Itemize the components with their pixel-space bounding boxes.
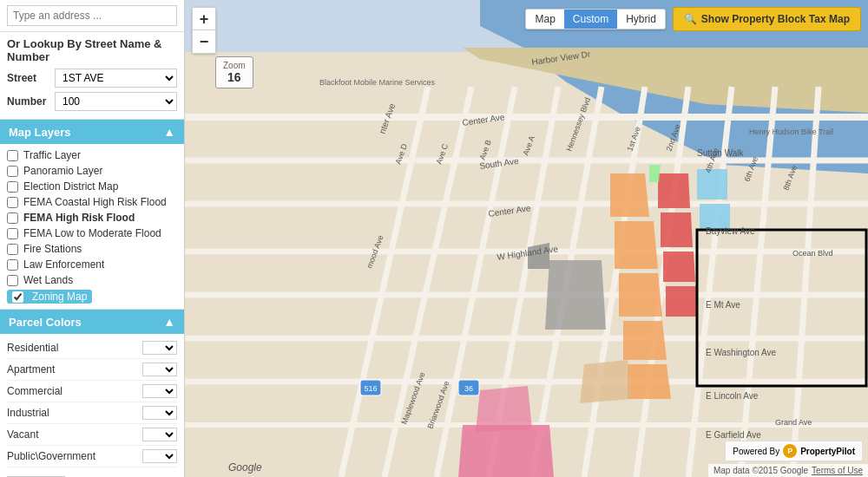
svg-text:Ocean Blvd: Ocean Blvd — [792, 249, 833, 258]
layer-item-traffic: Traffic Layer — [7, 147, 177, 163]
svg-text:E Washington Ave: E Washington Ave — [706, 348, 777, 357]
layer-checkbox-wet[interactable] — [7, 275, 18, 286]
layer-item-election: Election District Map — [7, 179, 177, 194]
svg-text:E Lincoln Ave: E Lincoln Ave — [706, 391, 759, 401]
address-search-input[interactable] — [7, 5, 177, 26]
layer-checkbox-fire[interactable] — [7, 244, 18, 255]
brand-name: PropertyPilot — [800, 447, 855, 456]
number-row: Number 100 — [7, 92, 177, 111]
street-row: Street 1ST AVE — [7, 69, 177, 88]
show-tax-map-button[interactable]: 🔍 Show Property Block Tax Map — [673, 7, 861, 31]
zoom-value: 16 — [223, 70, 246, 84]
parcel-label-vacant: Vacant — [7, 428, 142, 441]
layer-label-election: Election District Map — [23, 180, 118, 193]
svg-marker-35 — [545, 260, 606, 330]
map-layers-chevron: ▲ — [163, 125, 175, 139]
map-attribution: Map data ©2015 Google Terms of Use — [708, 464, 868, 477]
layer-checkbox-panoramio[interactable] — [7, 166, 18, 177]
svg-marker-23 — [610, 173, 649, 217]
layer-checkbox-law[interactable] — [7, 259, 18, 271]
parcel-row-apartment: Apartment — [7, 359, 177, 381]
parcel-color-select-commercial[interactable] — [142, 384, 177, 398]
powered-by-badge: Powered By P PropertyPilot — [725, 441, 863, 461]
zoom-out-button[interactable]: − — [193, 30, 215, 53]
map-controls-top: Map Custom Hybrid 🔍 Show Property Block … — [525, 7, 861, 31]
map-svg[interactable]: Harbor View Dr Center Ave South Ave Cent… — [185, 0, 868, 477]
parcel-colors-section: Parcel Colors ▲ Residential Apartment Co… — [0, 310, 184, 477]
parcel-label-apartment: Apartment — [7, 363, 142, 376]
svg-text:Blackfoot Mobile Marine Servic: Blackfoot Mobile Marine Services — [319, 78, 436, 87]
layer-list: Traffic Layer Panoramio Layer Election D… — [0, 144, 184, 310]
layer-label-wet: Wet Lands — [23, 274, 73, 286]
parcel-color-select-industrial[interactable] — [142, 406, 177, 420]
map-layers-title: Map Layers — [9, 126, 71, 139]
svg-text:E Mt Ave: E Mt Ave — [706, 300, 740, 310]
layer-label-fema-high: FEMA High Risk Flood — [23, 212, 135, 224]
layer-checkbox-election[interactable] — [7, 181, 18, 193]
layer-label-panoramio: Panoramio Layer — [23, 165, 102, 177]
svg-marker-28 — [658, 173, 690, 208]
map-type-selector: Map Custom Hybrid — [525, 9, 665, 29]
svg-marker-25 — [619, 273, 662, 317]
svg-marker-39 — [580, 360, 632, 403]
parcel-colors-header[interactable]: Parcel Colors ▲ — [0, 310, 184, 334]
search-icon: 🔍 — [684, 13, 697, 25]
parcel-row-public: Public\Government — [7, 446, 177, 467]
layer-item-zoning: Zoning Map — [7, 288, 177, 305]
search-section — [0, 0, 184, 32]
layer-checkbox-traffic[interactable] — [7, 150, 18, 161]
layer-checkbox-fema-coastal[interactable] — [7, 197, 18, 208]
lookup-section: Or Lookup By Street Name & Number Street… — [0, 32, 184, 120]
layer-label-fema-coastal: FEMA Coastal High Risk Flood — [23, 196, 167, 208]
number-label: Number — [7, 95, 55, 108]
sidebar: Or Lookup By Street Name & Number Street… — [0, 0, 185, 477]
zoning-checked-label[interactable]: Zoning Map — [7, 290, 92, 304]
svg-text:E Garfield Ave: E Garfield Ave — [706, 430, 761, 440]
zoom-in-button[interactable]: + — [193, 8, 215, 30]
layer-item-fema-coastal: FEMA Coastal High Risk Flood — [7, 194, 177, 210]
zoom-controls: + − — [192, 7, 216, 54]
svg-marker-38 — [476, 386, 532, 432]
attribution-text: Map data ©2015 Google — [713, 466, 808, 475]
parcel-color-select-public[interactable] — [142, 449, 177, 463]
map-layers-section: Map Layers ▲ Traffic Layer Panoramio Lay… — [0, 120, 184, 310]
layer-label-traffic: Traffic Layer — [23, 149, 81, 161]
layer-item-panoramio: Panoramio Layer — [7, 163, 177, 179]
svg-text:Grand Ave: Grand Ave — [775, 418, 812, 427]
terms-of-use-link[interactable]: Terms of Use — [812, 466, 863, 475]
parcel-color-select-residential[interactable] — [142, 341, 177, 355]
layer-label-zoning: Zoning Map — [32, 291, 87, 303]
parcel-color-select-apartment[interactable] — [142, 363, 177, 376]
layer-checkbox-zoning[interactable] — [12, 291, 23, 303]
number-select[interactable]: 100 — [55, 92, 177, 111]
map-area: + − Zoom 16 Map Custom Hybrid 🔍 Show Pro… — [185, 0, 868, 477]
parcel-color-select-vacant[interactable] — [142, 428, 177, 441]
svg-text:Sutton Walk: Sutton Walk — [697, 148, 745, 158]
map-type-custom-button[interactable]: Custom — [564, 10, 617, 29]
layer-item-wet: Wet Lands — [7, 272, 177, 288]
parcel-label-public: Public\Government — [7, 450, 142, 462]
parcel-label-industrial: Industrial — [7, 407, 142, 419]
svg-marker-31 — [666, 286, 698, 317]
layer-label-fire: Fire Stations — [23, 243, 82, 255]
map-type-map-button[interactable]: Map — [526, 10, 563, 29]
layer-label-law: Law Enforcement — [23, 258, 104, 271]
layer-item-fema-high: FEMA High Risk Flood — [7, 210, 177, 225]
map-type-hybrid-button[interactable]: Hybrid — [617, 10, 665, 29]
layer-checkbox-fema-low[interactable] — [7, 228, 18, 239]
svg-marker-29 — [661, 212, 693, 247]
svg-text:Henry Hudson Bike Trail: Henry Hudson Bike Trail — [749, 127, 833, 136]
show-tax-label: Show Property Block Tax Map — [701, 13, 850, 25]
svg-marker-30 — [663, 252, 695, 282]
parcel-row-residential: Residential — [7, 337, 177, 359]
street-label: Street — [7, 72, 55, 84]
layer-item-fire: Fire Stations — [7, 241, 177, 257]
parcel-colors-chevron: ▲ — [163, 315, 175, 329]
svg-text:Bayview Ave: Bayview Ave — [706, 226, 755, 236]
propertypilot-logo: P — [783, 444, 797, 458]
map-layers-header[interactable]: Map Layers ▲ — [0, 120, 184, 144]
parcel-label-residential: Residential — [7, 342, 142, 354]
street-select[interactable]: 1ST AVE — [55, 69, 177, 88]
svg-marker-34 — [649, 165, 661, 182]
layer-checkbox-fema-high[interactable] — [7, 212, 18, 224]
